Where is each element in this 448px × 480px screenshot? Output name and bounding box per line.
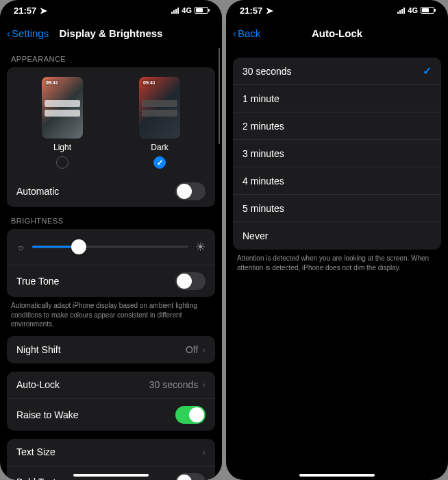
option-label: 1 minute	[242, 93, 279, 104]
auto-lock-row[interactable]: Auto-Lock 30 seconds ›	[7, 372, 215, 399]
section-header-brightness: BRIGHTNESS	[11, 217, 211, 225]
chevron-left-icon: ‹	[7, 27, 10, 39]
screen-auto-lock: 21:57 ➤ 4G ‹ Back Auto-Lock 30 seconds ✓…	[226, 0, 448, 480]
option-5-minutes[interactable]: 5 minutes	[233, 195, 441, 222]
option-30-seconds[interactable]: 30 seconds ✓	[233, 58, 441, 85]
option-label: 30 seconds	[242, 66, 292, 77]
status-time: 21:57	[14, 5, 36, 16]
bold-text-row: Bold Text	[7, 466, 215, 481]
text-size-label: Text Size	[16, 446, 55, 457]
theme-label-light: Light	[53, 143, 71, 152]
option-4-minutes[interactable]: 4 minutes	[233, 167, 441, 195]
raise-to-wake-label: Raise to Wake	[16, 409, 79, 420]
appearance-group: 09:41 Light 09:41 Dark	[7, 67, 215, 207]
chevron-right-icon: ›	[202, 446, 206, 457]
option-3-minutes[interactable]: 3 minutes	[233, 140, 441, 167]
night-shift-group: Night Shift Off ›	[7, 336, 215, 363]
brightness-slider[interactable]	[32, 239, 188, 255]
location-icon: ➤	[266, 5, 273, 16]
true-tone-note: Automatically adapt iPhone display based…	[7, 301, 215, 336]
scroll-content[interactable]: APPEARANCE 09:41 Light 09:41	[0, 45, 222, 480]
night-shift-label: Night Shift	[16, 344, 61, 355]
sun-high-icon: ☀	[195, 240, 206, 254]
nav-bar: ‹ Back Auto-Lock	[226, 21, 448, 45]
option-label: 2 minutes	[242, 121, 284, 132]
chevron-left-icon: ‹	[233, 27, 236, 39]
theme-option-light[interactable]: 09:41 Light	[42, 77, 83, 169]
option-never[interactable]: Never	[233, 222, 441, 250]
theme-option-dark[interactable]: 09:41 Dark	[139, 77, 180, 169]
scroll-content[interactable]: 30 seconds ✓ 1 minute 2 minutes 3 minute…	[226, 45, 448, 480]
auto-lock-label: Auto-Lock	[16, 379, 60, 390]
lock-group: Auto-Lock 30 seconds › Raise to Wake	[7, 372, 215, 431]
automatic-row: Automatic	[7, 176, 215, 207]
theme-preview-light: 09:41	[42, 77, 83, 139]
option-2-minutes[interactable]: 2 minutes	[233, 112, 441, 140]
back-button[interactable]: ‹ Back	[233, 27, 260, 39]
battery-icon	[195, 7, 208, 14]
auto-lock-note: Attention is detected when you are looki…	[233, 254, 441, 279]
checkmark-icon: ✓	[423, 64, 432, 77]
section-header-appearance: APPEARANCE	[11, 55, 211, 63]
text-size-row[interactable]: Text Size ›	[7, 439, 215, 466]
screen-display-brightness: 21:57 ➤ 4G ‹ Settings Display & Brightne…	[0, 0, 222, 480]
network-label: 4G	[408, 6, 418, 14]
status-bar: 21:57 ➤ 4G	[0, 0, 222, 21]
theme-radio-dark[interactable]	[153, 156, 166, 169]
status-time: 21:57	[240, 5, 262, 16]
status-bar: 21:57 ➤ 4G	[226, 0, 448, 21]
option-label: Never	[242, 230, 268, 241]
true-tone-row: True Tone	[7, 265, 215, 297]
auto-lock-options: 30 seconds ✓ 1 minute 2 minutes 3 minute…	[233, 58, 441, 250]
auto-lock-value: 30 seconds	[149, 379, 199, 390]
option-label: 4 minutes	[242, 176, 284, 187]
battery-icon	[421, 7, 434, 14]
option-label: 5 minutes	[242, 203, 284, 214]
brightness-slider-row: ☼ ☀	[7, 229, 215, 265]
option-1-minute[interactable]: 1 minute	[233, 85, 441, 112]
night-shift-value: Off	[186, 344, 198, 355]
home-indicator[interactable]	[73, 474, 149, 477]
back-label: Settings	[12, 27, 49, 39]
option-label: 3 minutes	[242, 148, 284, 159]
signal-icon	[171, 7, 179, 14]
home-indicator[interactable]	[299, 474, 375, 477]
nav-bar: ‹ Settings Display & Brightness	[0, 21, 222, 45]
automatic-toggle[interactable]	[175, 182, 206, 200]
chevron-right-icon: ›	[202, 344, 206, 355]
signal-icon	[397, 7, 405, 14]
brightness-group: ☼ ☀ True Tone	[7, 229, 215, 297]
theme-preview-dark: 09:41	[139, 77, 180, 139]
back-label: Back	[238, 27, 260, 39]
theme-radio-light[interactable]	[56, 156, 69, 169]
chevron-right-icon: ›	[202, 379, 206, 390]
true-tone-toggle[interactable]	[175, 272, 206, 290]
true-tone-label: True Tone	[16, 276, 59, 287]
bold-text-toggle[interactable]	[175, 473, 206, 481]
bold-text-label: Bold Text	[16, 477, 55, 481]
scroll-indicator	[219, 48, 221, 144]
location-icon: ➤	[40, 5, 47, 16]
back-button[interactable]: ‹ Settings	[7, 27, 49, 39]
theme-label-dark: Dark	[151, 143, 168, 152]
raise-to-wake-toggle[interactable]	[175, 406, 206, 424]
night-shift-row[interactable]: Night Shift Off ›	[7, 336, 215, 363]
raise-to-wake-row: Raise to Wake	[7, 399, 215, 431]
network-label: 4G	[182, 6, 192, 14]
sun-low-icon: ☼	[16, 241, 25, 252]
automatic-label: Automatic	[16, 186, 59, 197]
